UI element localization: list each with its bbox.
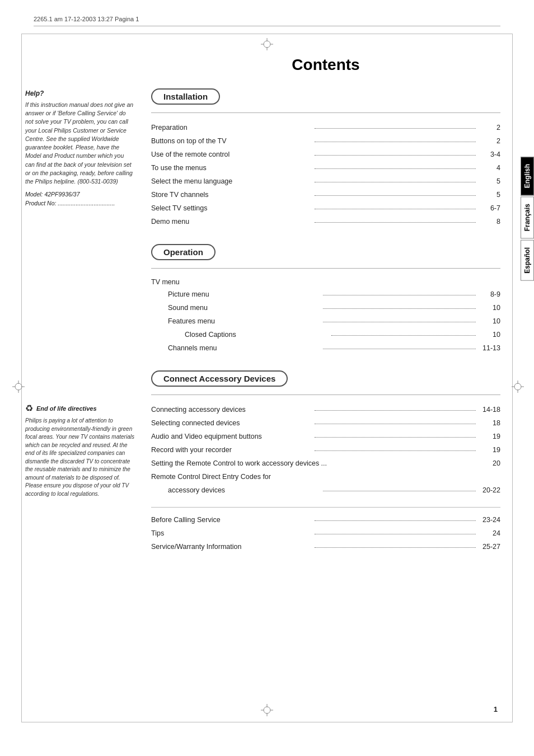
main-content: Contents Installation Preparation 2 Butt… (151, 56, 500, 553)
eol-icon: ♻ (25, 403, 33, 414)
tv-menu-label: TV menu (151, 276, 500, 288)
toc-row-picture: Picture menu 8-9 (151, 288, 500, 301)
eol-text: Philips is paying a lot of attention to … (25, 417, 134, 498)
toc-row-channels: Store TV channels 5 (151, 188, 500, 201)
toc-row-menus: To use the menus 4 (151, 161, 500, 175)
toc-row-setting-rc: Setting the Remote Control to work acces… (151, 457, 500, 470)
toc-row-preparation: Preparation 2 (151, 121, 500, 134)
toc-row-av-buttons: Audio and Video equipment buttons 19 (151, 430, 500, 443)
operation-section: Operation TV menu Picture menu 8-9 Sound… (151, 242, 500, 355)
toc-row-demo: Demo menu 8 (151, 215, 500, 228)
connect-toc: Connecting accessory devices 14-18 Selec… (151, 403, 500, 497)
crosshair-left (12, 381, 25, 395)
toc-row-connecting: Connecting accessory devices 14-18 (151, 403, 500, 416)
top-header: 2265.1 am 17-12-2003 13:27 Pagina 1 (34, 16, 500, 26)
help-text: If this instruction manual does not give… (25, 101, 134, 186)
eol-title-row: ♻ End of life directives (25, 403, 134, 414)
crosshair-right (512, 381, 524, 395)
svg-point-0 (264, 41, 270, 48)
toc-row-features: Features menu 10 (151, 314, 500, 328)
installation-section: Installation Preparation 2 Buttons on to… (151, 86, 500, 228)
help-title: Help? (25, 90, 134, 97)
tab-english[interactable]: English (521, 157, 534, 195)
toc-row-record: Record with your recorder 19 (151, 443, 500, 457)
print-info: 2265.1 am 17-12-2003 13:27 Pagina 1 (34, 16, 139, 22)
toc-row-selecting: Selecting connected devices 18 (151, 416, 500, 430)
installation-header: Installation (151, 88, 220, 105)
eol-title: End of life directives (36, 405, 97, 412)
border-left (21, 34, 22, 722)
help-box: Help? If this instruction manual does no… (25, 90, 134, 208)
page-number: 1 (494, 705, 498, 713)
operation-header: Operation (151, 244, 216, 260)
toc-row-language: Select the menu language 5 (151, 175, 500, 188)
toc-row-before-calling: Before Calling Service 23-24 (151, 513, 500, 527)
toc-row-remote: Use of the remote control 3-4 (151, 148, 500, 161)
tab-espanol[interactable]: Español (521, 240, 534, 281)
crosshair-top (261, 38, 273, 52)
svg-point-10 (514, 383, 521, 390)
model-text: Model: 42PF9936/37 Product No: .........… (25, 190, 134, 208)
toc-row-tips: Tips 24 (151, 527, 500, 540)
installation-toc: Preparation 2 Buttons on top of the TV 2… (151, 121, 500, 228)
tab-francais[interactable]: Français (521, 196, 534, 238)
bottom-entries: Before Calling Service 23-24 Tips 24 Ser… (151, 507, 500, 553)
toc-row-rc-label: Remote Control Direct Entry Codes for (151, 470, 500, 483)
connect-header: Connect Accessory Devices (151, 370, 288, 387)
toc-row-settings: Select TV settings 6-7 (151, 201, 500, 215)
crosshair-bottom (261, 704, 273, 718)
operation-toc: Picture menu 8-9 Sound menu 10 Features … (151, 288, 500, 355)
toc-row-accessory: accessory devices 20-22 (151, 483, 500, 497)
svg-point-5 (15, 383, 22, 390)
border-top (21, 34, 513, 34)
side-tabs: English Français Español (521, 157, 534, 280)
toc-row-captions: Closed Captions 10 (151, 328, 500, 341)
border-bottom (21, 722, 513, 722)
eol-section: ♻ End of life directives Philips is payi… (25, 403, 134, 498)
border-right (512, 34, 513, 722)
toc-row-buttons: Buttons on top of the TV 2 (151, 134, 500, 148)
page-title: Contents (151, 56, 500, 74)
svg-point-15 (264, 707, 270, 713)
toc-row-channels-menu: Channels menu 11-13 (151, 341, 500, 355)
toc-row-sound: Sound menu 10 (151, 301, 500, 314)
connect-section: Connect Accessory Devices Connecting acc… (151, 368, 500, 497)
toc-row-warranty: Service/Warranty Information 25-27 (151, 540, 500, 553)
